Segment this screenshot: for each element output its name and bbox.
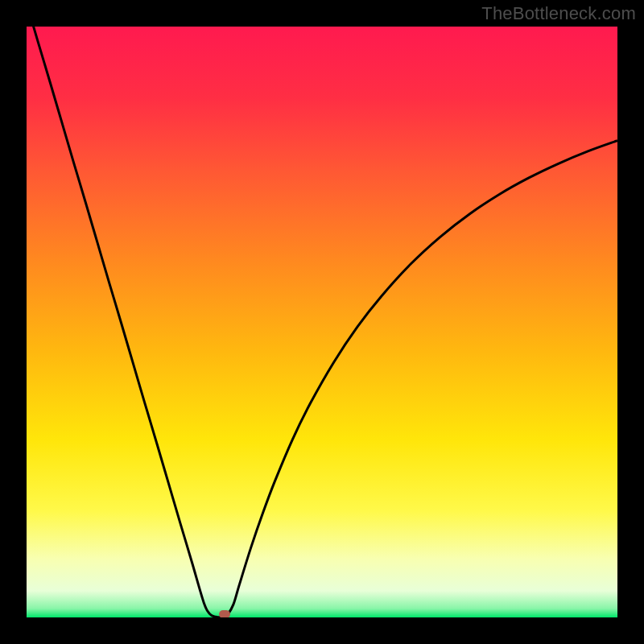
- optimal-point-marker: [219, 610, 230, 617]
- chart-frame: TheBottleneck.com: [0, 0, 644, 644]
- watermark-text: TheBottleneck.com: [481, 3, 636, 24]
- chart-svg: [27, 27, 617, 617]
- plot-area: [27, 27, 617, 617]
- gradient-background: [27, 27, 617, 617]
